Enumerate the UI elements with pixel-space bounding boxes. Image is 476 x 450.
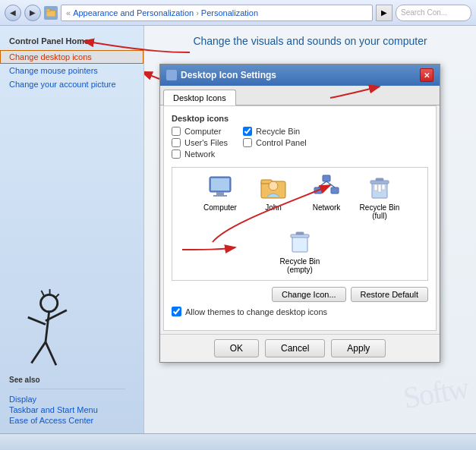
checkbox-control-panel[interactable] (243, 138, 252, 147)
watermark: Softw (401, 370, 471, 416)
back-button[interactable]: ◀ (5, 5, 21, 21)
svg-point-22 (269, 181, 278, 190)
checkbox-network-label: Network (184, 149, 215, 159)
path-separator: « (66, 8, 71, 17)
icon-action-buttons: Change Icon... Restore Default (172, 287, 428, 302)
address-bar: ◀ ▶ « Appearance and Personalization › P… (0, 0, 476, 26)
forward-button[interactable]: ▶ (24, 5, 41, 21)
icon-recycle-bin-full-label: Recycle Bin (full) (360, 203, 400, 220)
sidebar-home-title[interactable]: Control Panel Home (0, 33, 143, 49)
checkboxes-container: Computer User's Files Network (172, 127, 428, 161)
svg-rect-1 (46, 9, 50, 11)
recycle-bin-empty-svg-icon (286, 228, 314, 255)
icon-network-label: Network (313, 203, 341, 212)
recycle-bin-full-svg-icon (366, 174, 393, 201)
path-appearance[interactable]: Appearance and Personalization (73, 8, 194, 17)
sidebar-item-change-mouse-pointers[interactable]: Change mouse pointers (0, 64, 143, 77)
svg-line-8 (41, 291, 44, 296)
svg-rect-23 (323, 175, 330, 181)
svg-line-3 (46, 312, 49, 342)
icon-computer[interactable]: Computer (197, 174, 243, 220)
allow-themes-label: Allow themes to change desktop icons (185, 307, 327, 316)
allow-themes-checkbox[interactable] (172, 307, 181, 316)
icon-john[interactable]: John (251, 174, 296, 220)
icon-network[interactable]: Network (304, 174, 349, 220)
sidebar: Control Panel Home Change desktop icons … (0, 26, 144, 433)
svg-line-6 (31, 342, 46, 363)
divider (18, 389, 125, 389)
apply-button[interactable]: Apply (331, 339, 386, 357)
dialog-footer: OK Cancel Apply (160, 334, 440, 362)
checkbox-computer[interactable] (172, 127, 181, 136)
dialog-close-button[interactable]: ✕ (420, 68, 433, 82)
dialog-titlebar: Desktop Icon Settings ✕ (160, 65, 440, 86)
checkbox-network-row: Network (172, 149, 228, 159)
change-icon-button[interactable]: Change Icon... (272, 287, 346, 302)
checkbox-controlpanel-row: Control Panel (243, 138, 307, 147)
checkbox-usersfiles-row: User's Files (172, 138, 228, 147)
icon-recycle-bin-empty-label: Recycle Bin (empty) (280, 257, 320, 274)
checkbox-users-files[interactable] (172, 138, 181, 147)
dialog-title-text: Desktop Icon Settings (181, 70, 276, 80)
restore-default-button[interactable]: Restore Default (351, 287, 428, 302)
svg-rect-30 (376, 178, 383, 181)
icon-computer-label: Computer (203, 203, 237, 212)
svg-rect-18 (216, 192, 224, 195)
svg-rect-19 (213, 195, 227, 197)
address-path: « Appearance and Personalization › Perso… (61, 5, 373, 21)
content-area: Change the visuals and sounds on your co… (144, 26, 476, 433)
tab-desktop-icons[interactable]: Desktop Icons (163, 90, 236, 105)
dialog-icon (166, 70, 177, 80)
svg-rect-34 (292, 237, 307, 252)
checkbox-control-panel-label: Control Panel (256, 138, 307, 147)
svg-line-7 (46, 342, 56, 366)
svg-rect-29 (370, 181, 389, 184)
svg-rect-36 (296, 232, 304, 234)
checkboxes-right: Recycle Bin Control Panel (243, 127, 307, 161)
svg-line-12 (144, 71, 159, 79)
checkbox-computer-label: Computer (184, 127, 221, 136)
svg-rect-32 (378, 184, 381, 192)
folder-icon (44, 6, 58, 20)
ok-button[interactable]: OK (214, 339, 259, 357)
path-arrow: › (196, 8, 199, 17)
dialog-title-area: Desktop Icon Settings (166, 70, 276, 80)
checkbox-recycle-bin-label: Recycle Bin (256, 127, 300, 136)
checkbox-users-files-label: User's Files (184, 138, 228, 147)
dialog-body: Desktop icons Computer User's Files (163, 105, 437, 331)
see-also-ease-of-access[interactable]: Ease of Access Center (9, 415, 134, 426)
network-svg-icon (313, 174, 340, 201)
see-also-taskbar[interactable]: Taskbar and Start Menu (9, 404, 134, 415)
svg-rect-24 (314, 187, 322, 194)
stickman-figure (8, 289, 84, 388)
cancel-button[interactable]: Cancel (265, 339, 325, 357)
svg-rect-17 (211, 178, 229, 190)
checkbox-network[interactable] (172, 149, 181, 159)
icon-recycle-bin-empty[interactable]: Recycle Bin (empty) (277, 228, 323, 274)
see-also-section: See also Display Taskbar and Start Menu … (0, 376, 143, 426)
svg-line-27 (326, 181, 335, 187)
svg-rect-31 (374, 184, 377, 190)
dialog-desktop-icon-settings: Desktop Icon Settings ✕ Desktop Icons De… (159, 64, 440, 363)
computer-svg-icon (206, 174, 234, 201)
main-area: Control Panel Home Change desktop icons … (0, 26, 476, 433)
path-personalization[interactable]: Personalization (201, 8, 258, 17)
see-also-title: See also (9, 376, 134, 384)
svg-rect-35 (291, 234, 309, 238)
svg-rect-33 (382, 184, 385, 190)
go-button[interactable]: ▶ (376, 5, 392, 21)
john-svg-icon (260, 174, 287, 201)
search-box[interactable]: Search Con... (396, 5, 471, 21)
allow-themes-row: Allow themes to change desktop icons (172, 307, 428, 316)
desktop-icons-section-label: Desktop icons (172, 114, 428, 123)
see-also-display[interactable]: Display (9, 394, 134, 404)
sidebar-item-change-account-picture[interactable]: Change your account picture (0, 77, 143, 91)
checkbox-recycle-bin[interactable] (243, 127, 252, 136)
icon-recycle-bin-full[interactable]: Recycle Bin (full) (357, 174, 402, 220)
sidebar-item-change-desktop-icons[interactable]: Change desktop icons (0, 50, 143, 64)
icons-grid: Computer John (172, 167, 428, 281)
icon-john-label: John (265, 203, 282, 212)
page-title: Change the visuals and sounds on your co… (153, 35, 467, 47)
checkboxes-left: Computer User's Files Network (172, 127, 228, 161)
checkbox-recyclebin-row: Recycle Bin (243, 127, 307, 136)
